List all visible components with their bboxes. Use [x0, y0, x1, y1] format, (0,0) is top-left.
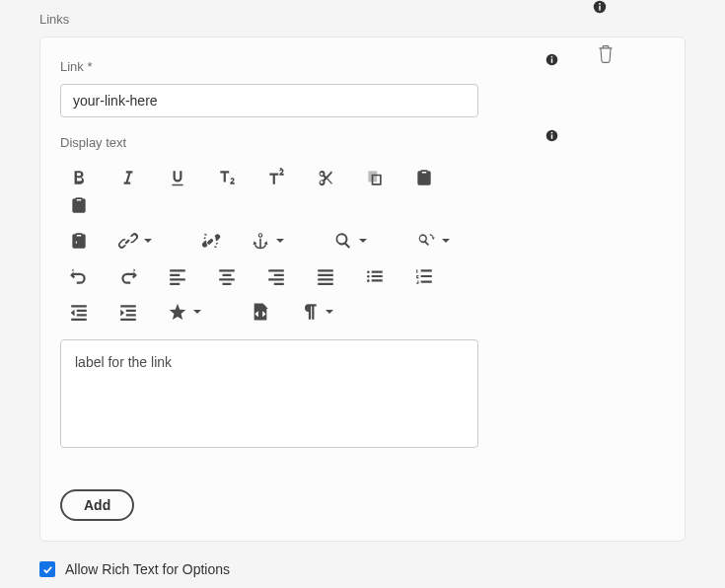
numbered-list-icon[interactable] — [409, 262, 439, 290]
link-item-card: Link * Display text — [39, 37, 686, 542]
display-text-editor[interactable]: label for the link — [60, 339, 478, 448]
italic-icon[interactable] — [113, 164, 143, 191]
svg-point-5 — [551, 56, 553, 58]
chevron-down-icon[interactable] — [437, 227, 455, 255]
subscript-icon[interactable] — [212, 164, 242, 191]
display-text-label: Display text — [60, 135, 665, 150]
add-button[interactable]: Add — [60, 489, 134, 521]
section-title: Links — [39, 12, 686, 27]
info-icon[interactable] — [545, 129, 558, 142]
redo-icon[interactable] — [113, 262, 143, 290]
chevron-down-icon[interactable] — [188, 298, 206, 326]
chevron-down-icon[interactable] — [321, 298, 338, 326]
bullet-list-icon[interactable] — [360, 262, 390, 290]
info-icon[interactable] — [593, 0, 607, 14]
paste-html-icon[interactable] — [64, 227, 94, 255]
align-right-icon[interactable] — [261, 262, 291, 290]
align-center-icon[interactable] — [212, 262, 242, 290]
indent-icon[interactable] — [113, 298, 143, 326]
svg-rect-1 — [599, 6, 601, 11]
superscript-icon[interactable] — [261, 164, 291, 191]
info-icon[interactable] — [545, 53, 558, 66]
allow-rich-text-label: Allow Rich Text for Options — [65, 561, 230, 577]
cut-icon[interactable] — [311, 164, 340, 191]
chevron-down-icon[interactable] — [354, 227, 372, 255]
paste-icon[interactable] — [409, 164, 439, 191]
chevron-down-icon[interactable] — [139, 227, 157, 255]
unlink-icon[interactable] — [196, 227, 226, 255]
paste-text-icon[interactable] — [64, 191, 94, 219]
rte-toolbar — [60, 160, 474, 339]
svg-rect-4 — [551, 58, 552, 62]
link-input[interactable] — [60, 84, 478, 117]
svg-point-8 — [551, 132, 553, 134]
undo-icon[interactable] — [64, 262, 94, 290]
svg-rect-7 — [551, 134, 552, 138]
chevron-down-icon[interactable] — [271, 227, 289, 255]
align-left-icon[interactable] — [163, 262, 192, 290]
align-justify-icon[interactable] — [311, 262, 340, 290]
copy-icon[interactable] — [360, 164, 390, 191]
underline-icon[interactable] — [163, 164, 192, 191]
outdent-icon[interactable] — [64, 298, 94, 326]
bold-icon[interactable] — [64, 164, 94, 191]
link-field-label: Link * — [60, 59, 665, 74]
allow-rich-text-checkbox[interactable] — [39, 561, 55, 577]
source-edit-icon[interactable] — [246, 298, 275, 326]
svg-point-2 — [599, 3, 601, 5]
